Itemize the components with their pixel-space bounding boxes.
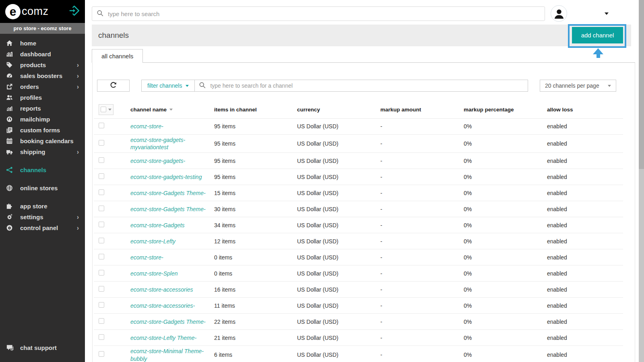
sidebar-item-label: orders: [20, 83, 39, 90]
allow-loss-cell: enabled: [547, 138, 623, 149]
page-scrollbar[interactable]: [639, 0, 644, 362]
select-all-checkbox[interactable]: [101, 107, 106, 112]
home-icon: [6, 40, 14, 47]
row-checkbox[interactable]: [99, 254, 104, 259]
annotation-cursor-arrow: [593, 48, 603, 58]
row-checkbox[interactable]: [99, 123, 104, 128]
channel-name-link[interactable]: ecomz-store-gadgets-myvariationtest: [130, 137, 185, 150]
page-header: channels: [92, 25, 631, 46]
table-row: ecomz-store-Gadgets Theme- 30 items US D…: [94, 201, 623, 217]
markup-percentage-cell: 0%: [464, 350, 547, 360]
sidebar-item-home[interactable]: home: [0, 38, 85, 49]
sidebar-item-reports[interactable]: reports: [0, 103, 85, 114]
sidebar-item-settings[interactable]: settings ›: [0, 212, 85, 222]
column-header-channel-name[interactable]: channel name: [130, 107, 214, 113]
sidebar-item-mailchimp[interactable]: mailchimp: [0, 114, 85, 125]
channel-name-link[interactable]: ecomz-store-Splen: [130, 270, 178, 277]
markup-amount-cell: -: [380, 333, 464, 343]
sidebar-item-shipping[interactable]: shipping ›: [0, 146, 85, 157]
sidebar-item-booking-calendars[interactable]: booking calendars: [0, 136, 85, 146]
channel-name-link[interactable]: ecomz-store-: [130, 123, 163, 130]
row-checkbox[interactable]: [99, 157, 104, 163]
sidebar-item-channels[interactable]: channels: [0, 165, 85, 175]
row-checkbox[interactable]: [99, 173, 104, 179]
page-size-select[interactable]: 20 channels per page: [540, 80, 616, 92]
profiles-users-icon: [6, 94, 14, 101]
channel-name-link[interactable]: ecomz-store-Gadgets Theme-: [130, 319, 206, 325]
row-checkbox[interactable]: [99, 189, 104, 195]
channel-name-link[interactable]: ecomz-store-gadgets-: [130, 158, 185, 164]
chevron-right-icon: ›: [77, 225, 79, 231]
channel-name-link[interactable]: ecomz-store-Gadgets: [130, 222, 185, 228]
refresh-button[interactable]: [97, 80, 130, 92]
control-panel-icon: [6, 224, 14, 232]
select-dropdown-caret-icon[interactable]: [108, 109, 111, 111]
filter-channels-label: filter channels: [147, 82, 182, 89]
row-checkbox-cell: [94, 284, 130, 295]
app-store-puzzle-icon: [6, 203, 14, 210]
row-checkbox[interactable]: [99, 140, 104, 146]
markup-amount-cell: -: [380, 350, 464, 360]
channel-search-input[interactable]: [209, 82, 524, 89]
scrollbar-thumb[interactable]: [639, 0, 644, 169]
sidebar-item-chat-support[interactable]: chat support: [0, 342, 85, 353]
row-checkbox[interactable]: [99, 318, 104, 324]
tab-all-channels[interactable]: all channels: [92, 49, 143, 63]
select-all-widget: [99, 104, 114, 115]
row-checkbox[interactable]: [99, 302, 104, 308]
sidebar-item-orders[interactable]: orders ›: [0, 81, 85, 92]
sidebar-item-sales-boosters[interactable]: sales boosters ›: [0, 70, 85, 81]
sort-caret-icon[interactable]: [169, 109, 173, 111]
row-checkbox[interactable]: [99, 334, 104, 340]
table-row: ecomz-store- 95 items US Dollar (USD) - …: [94, 119, 623, 135]
user-menu-caret-icon[interactable]: [605, 12, 609, 15]
sidebar-item-label: online stores: [20, 185, 58, 191]
search-icon: [199, 82, 206, 90]
channel-name-link[interactable]: ecomz-store-accessories-: [130, 302, 195, 309]
channel-name-link[interactable]: ecomz-store-gadgets-testing: [130, 174, 202, 180]
channel-name-link[interactable]: ecomz-store-Lefty: [130, 238, 175, 245]
markup-percentage-cell: 0%: [464, 236, 547, 247]
table-row: ecomz-store-Lefty Theme- 21 items US Dol…: [94, 330, 623, 346]
row-checkbox-cell: [94, 333, 130, 343]
channel-name-link[interactable]: ecomz-store-Minimal Theme-bubbly: [130, 348, 204, 362]
filter-channels-dropdown[interactable]: filter channels: [142, 80, 195, 91]
row-checkbox[interactable]: [99, 270, 104, 276]
row-checkbox[interactable]: [99, 351, 104, 357]
row-checkbox[interactable]: [99, 206, 104, 211]
row-checkbox-cell: [94, 236, 130, 247]
sidebar-item-control-panel[interactable]: control panel ›: [0, 222, 85, 233]
store-selector[interactable]: pro store - ecomz store: [0, 23, 85, 34]
channel-name-link[interactable]: ecomz-store-: [130, 254, 163, 261]
sidebar-item-custom-forms[interactable]: custom forms: [0, 125, 85, 136]
add-channel-button[interactable]: add channel: [572, 27, 623, 43]
row-checkbox-cell: [94, 350, 130, 360]
global-search-input[interactable]: [107, 10, 540, 18]
sidebar-item-dashboard[interactable]: dashboard: [0, 49, 85, 60]
allow-loss-cell: enabled: [547, 220, 623, 230]
currency-cell: US Dollar (USD): [297, 268, 380, 279]
sales-gauge-icon: [6, 72, 14, 80]
sidebar-collapse-button[interactable]: [69, 5, 80, 18]
markup-percentage-cell: 0%: [464, 188, 547, 198]
items-in-channel-cell: 6 items: [214, 350, 297, 360]
sidebar-item-app-store[interactable]: app store: [0, 201, 85, 212]
channel-name-cell: ecomz-store-: [130, 252, 214, 263]
sidebar-item-label: custom forms: [20, 127, 60, 134]
sidebar-item-label: home: [20, 40, 36, 47]
sidebar-item-products[interactable]: products ›: [0, 60, 85, 70]
user-avatar[interactable]: [551, 5, 567, 22]
channel-name-link[interactable]: ecomz-store-Lefty Theme-: [130, 335, 196, 341]
column-header-label: markup amount: [380, 107, 421, 113]
channel-name-link[interactable]: ecomz-store-Gadgets Theme-: [130, 190, 206, 196]
channel-name-link[interactable]: ecomz-store-accessories: [130, 286, 193, 293]
sidebar-item-online-stores[interactable]: online stores: [0, 183, 85, 193]
channel-name-link[interactable]: ecomz-store-Gadgets Theme-: [130, 206, 206, 212]
column-header-label: markup percentage: [464, 107, 514, 113]
channel-name-cell: ecomz-store-Gadgets Theme-: [130, 204, 214, 214]
row-checkbox[interactable]: [99, 238, 104, 243]
row-checkbox[interactable]: [99, 222, 104, 227]
sidebar-item-profiles[interactable]: profiles: [0, 92, 85, 103]
ecomz-logo: e: [5, 4, 21, 19]
row-checkbox[interactable]: [99, 286, 104, 292]
